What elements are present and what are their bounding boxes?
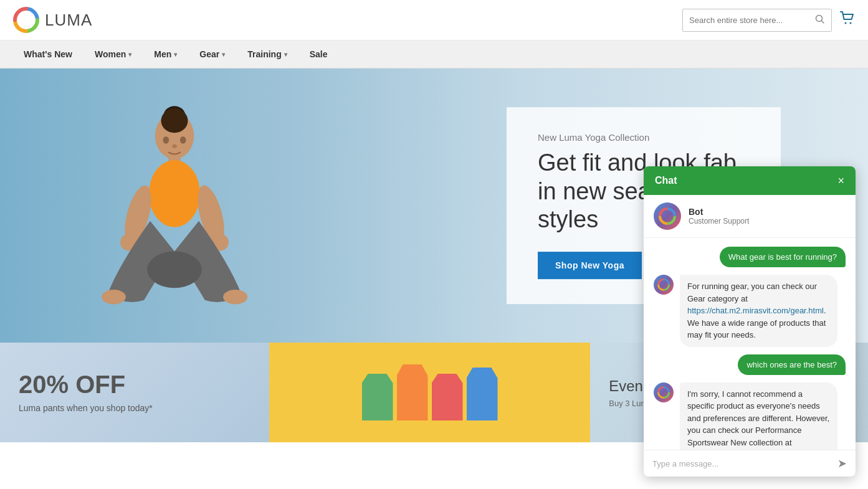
tank-green (362, 374, 393, 420)
chat-message-user-1: What gear is best for running? (720, 247, 846, 267)
tank-tops-display (362, 364, 498, 420)
tank-blue (467, 368, 498, 420)
chevron-down-icon: ▾ (284, 51, 287, 58)
bot-bubble-1: For running gear, you can check our Gear… (680, 275, 837, 347)
main-nav: What's New Women ▾ Men ▾ Gear ▾ Training (0, 40, 868, 69)
bot-avatar-small-icon-2 (657, 386, 670, 399)
nav-item-whats-new: What's New (12, 40, 83, 68)
tank-orange (397, 364, 428, 420)
search-icon (815, 14, 825, 24)
hero-figure (12, 75, 336, 343)
bot-avatar (654, 202, 681, 230)
svg-point-4 (850, 22, 852, 24)
nav-link-women[interactable]: Women ▾ (83, 40, 143, 68)
chevron-down-icon: ▾ (174, 51, 177, 58)
bot-bubble-2: I'm sorry, I cannot recommend a specific… (680, 382, 837, 443)
chat-message-bot-1: For running gear, you can check our Gear… (654, 275, 846, 347)
shop-new-yoga-button[interactable]: Shop New Yoga (538, 252, 642, 279)
nav-link-training[interactable]: Training ▾ (236, 40, 298, 68)
search-box (682, 9, 832, 32)
search-input[interactable] (683, 11, 809, 30)
chat-widget: Chat × Bot Customer Support What gear is… (644, 166, 856, 442)
search-submit-button[interactable] (809, 9, 831, 31)
nav-item-men: Men ▾ (143, 40, 188, 68)
banner-tanks (269, 343, 590, 442)
chat-close-button[interactable]: × (837, 175, 844, 186)
chat-header: Chat × (644, 166, 856, 195)
gear-link[interactable]: https://chat.m2.mirasvit.com/gear.html (687, 306, 824, 315)
svg-point-19 (172, 145, 177, 148)
logo-text: LUMA (45, 11, 92, 30)
svg-point-15 (223, 290, 247, 304)
svg-point-7 (161, 108, 188, 133)
nav-link-sale[interactable]: Sale (298, 40, 339, 68)
bot-role: Customer Support (689, 217, 749, 226)
tank-pink (432, 374, 463, 420)
svg-line-2 (822, 21, 824, 23)
chevron-down-icon: ▾ (128, 51, 131, 58)
nav-list: What's New Women ▾ Men ▾ Gear ▾ Training (0, 40, 868, 68)
nav-link-men[interactable]: Men ▾ (143, 40, 188, 68)
discount-description: Luma pants when you shop today* (19, 402, 250, 415)
chat-message-user-2: which ones are the best? (738, 354, 846, 375)
svg-point-14 (102, 290, 126, 304)
discount-text: 20% OFF (19, 371, 250, 399)
bot-message-avatar-2 (654, 382, 674, 402)
bot-details: Bot Customer Support (689, 207, 749, 226)
svg-point-17 (163, 136, 169, 144)
site-header: LUMA (0, 0, 868, 40)
nav-item-sale: Sale (298, 40, 339, 68)
nav-link-gear[interactable]: Gear ▾ (188, 40, 236, 68)
cart-button[interactable] (839, 11, 856, 29)
bot-avatar-icon (659, 207, 676, 225)
svg-point-9 (149, 160, 200, 227)
bot-avatar-small-icon (657, 278, 670, 291)
chat-messages: What gear is best for running? For runni… (644, 238, 856, 442)
chat-message-bot-2: I'm sorry, I cannot recommend a specific… (654, 382, 846, 443)
chat-title: Chat (655, 175, 677, 186)
luma-logo-icon (12, 6, 40, 34)
svg-point-18 (180, 136, 186, 144)
banner-discount: 20% OFF Luma pants when you shop today* (0, 343, 269, 442)
chat-bot-info: Bot Customer Support (644, 195, 856, 238)
chevron-down-icon: ▾ (222, 51, 225, 58)
header-right (682, 9, 856, 32)
bot-name: Bot (689, 207, 749, 217)
logo-area: LUMA (12, 6, 92, 34)
svg-point-16 (147, 252, 202, 288)
nav-item-gear: Gear ▾ (188, 40, 236, 68)
nav-link-whats-new[interactable]: What's New (12, 40, 83, 68)
nav-item-women: Women ▾ (83, 40, 143, 68)
yoga-person-illustration (69, 87, 280, 343)
nav-item-training: Training ▾ (236, 40, 298, 68)
hero-subtitle: New Luma Yoga Collection (538, 132, 750, 143)
bot-message-avatar-1 (654, 275, 674, 295)
svg-point-3 (845, 22, 847, 24)
cart-icon (839, 11, 856, 26)
